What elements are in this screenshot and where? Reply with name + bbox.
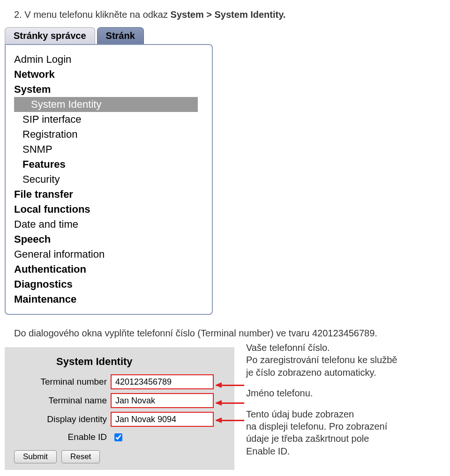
arrow-icon — [216, 420, 244, 421]
input-display-identity[interactable]: Jan Novak 9094 — [111, 412, 214, 427]
annot-line: je číslo zobrazeno automaticky. — [246, 366, 438, 379]
arrow-icon — [216, 385, 244, 386]
annot-line: Enable ID. — [246, 445, 438, 457]
menu-panel: Admin LoginNetworkSystemSystem IdentityS… — [5, 44, 213, 315]
reset-button[interactable]: Reset — [61, 450, 100, 463]
menu-item-authentication[interactable]: Authentication — [6, 262, 212, 277]
label-display-identity: Display identity — [5, 414, 111, 424]
label-terminal-number: Terminal number — [5, 377, 111, 387]
menu-item-network[interactable]: Network — [6, 67, 212, 82]
annot-line: Jméno telefonu. — [246, 387, 438, 399]
checkbox-enable-id-wrap — [111, 431, 127, 444]
annotation-phone-number: Vaše telefonní číslo. Po zaregistrování … — [246, 342, 438, 379]
menu-item-sip-interface[interactable]: SIP interface — [6, 112, 212, 127]
annot-line: údaje je třeba zaškrtnout pole — [246, 432, 438, 445]
form-header: System Identity — [5, 347, 234, 372]
arrow-icon — [216, 402, 244, 404]
checkbox-enable-id[interactable] — [114, 433, 122, 441]
submit-button[interactable]: Submit — [14, 450, 57, 463]
label-terminal-name: Terminal name — [5, 395, 111, 406]
menu-item-maintenance[interactable]: Maintenance — [6, 292, 212, 307]
menu-item-general-information[interactable]: General information — [6, 247, 212, 262]
annotations: Vaše telefonní číslo. Po zaregistrování … — [234, 347, 438, 463]
menu-item-registration[interactable]: Registration — [6, 127, 212, 142]
row-terminal-number: Terminal number 420123456789 — [5, 372, 234, 391]
annotation-phone-name: Jméno telefonu. — [246, 387, 438, 399]
form-buttons: Submit Reset — [5, 446, 234, 470]
annot-line: na displeji telefonu. Pro zobrazení — [246, 420, 438, 432]
instruction-bold: System > System Identity. — [171, 9, 286, 20]
menu-item-snmp[interactable]: SNMP — [6, 142, 212, 157]
label-enable-id: Enable ID — [5, 432, 111, 442]
form-area: System Identity Terminal number 42012345… — [0, 347, 450, 470]
menu-item-file-transfer[interactable]: File transfer — [6, 187, 212, 202]
tab-pages[interactable]: Stránk — [97, 27, 144, 44]
input-terminal-name[interactable]: Jan Novak — [111, 393, 214, 408]
instruction-text: V menu telefonu klikněte na odkaz — [22, 9, 171, 20]
menu-item-date-and-time[interactable]: Date and time — [6, 217, 212, 232]
annot-line: Vaše telefonní číslo. — [246, 342, 438, 354]
row-enable-id: Enable ID — [5, 429, 234, 446]
menu-item-system-identity[interactable]: System Identity — [14, 97, 198, 112]
step-number: 2. — [14, 9, 22, 20]
annot-line: Po zaregistrování telefonu ke službě — [246, 354, 438, 366]
menu-item-local-functions[interactable]: Local functions — [6, 202, 212, 217]
system-identity-form: System Identity Terminal number 42012345… — [5, 347, 234, 470]
input-terminal-number[interactable]: 420123456789 — [111, 374, 214, 389]
menu-item-admin-login[interactable]: Admin Login — [6, 52, 212, 67]
instruction-step2: 2. V menu telefonu klikněte na odkaz Sys… — [0, 0, 450, 27]
row-display-identity: Display identity Jan Novak 9094 — [5, 410, 234, 429]
annot-line: Tento údaj bude zobrazen — [246, 408, 438, 420]
row-terminal-name: Terminal name Jan Novak — [5, 391, 234, 410]
menu-item-system[interactable]: System — [6, 82, 212, 97]
tab-admin-pages[interactable]: Stránky správce — [5, 27, 95, 44]
tabs: Stránky správce Stránk — [5, 27, 450, 44]
menu-item-speech[interactable]: Speech — [6, 232, 212, 247]
menu-item-features[interactable]: Features — [6, 157, 212, 172]
annotation-display-id: Tento údaj bude zobrazen na displeji tel… — [246, 408, 438, 458]
menu-item-security[interactable]: Security — [6, 172, 212, 187]
menu-item-diagnostics[interactable]: Diagnostics — [6, 277, 212, 292]
